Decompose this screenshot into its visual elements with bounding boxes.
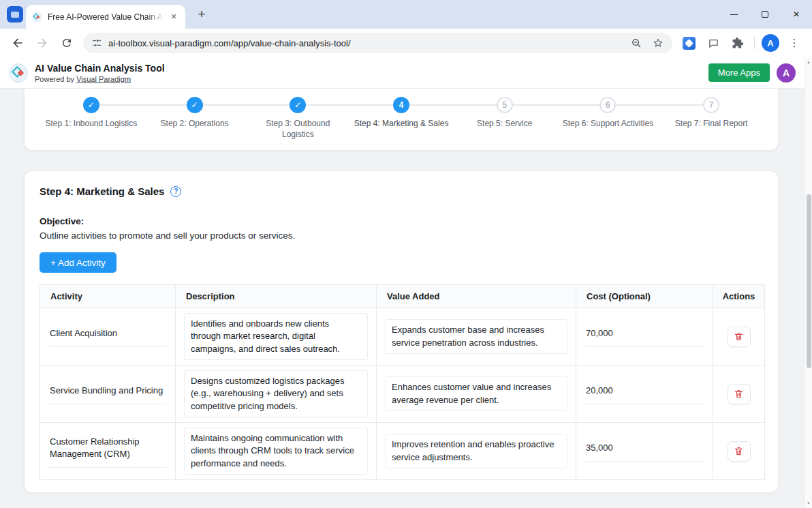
description-field[interactable]: Designs customized logistics packages (e…: [184, 370, 368, 417]
site-settings-icon[interactable]: [91, 38, 102, 48]
objective-label: Objective:: [40, 216, 763, 226]
trash-icon: [734, 446, 744, 456]
step-number: 6: [599, 97, 616, 113]
stepper-step-2[interactable]: ✓Step 2: Operations: [143, 97, 247, 140]
powered-by: Powered by Visual Paradigm: [35, 75, 708, 83]
step-label: Step 7: Final Report: [672, 118, 751, 129]
step-number: 5: [497, 97, 513, 113]
activity-field[interactable]: Customer Relationship Management (CRM): [48, 434, 167, 468]
stepper-step-5[interactable]: 5Step 5: Service: [453, 97, 557, 140]
chat-icon[interactable]: [702, 32, 724, 54]
objective-text: Outline activities to promote and sell y…: [40, 230, 763, 241]
zoom-icon[interactable]: [631, 38, 642, 49]
stepper-step-7[interactable]: 7Step 7: Final Report: [659, 97, 763, 140]
window-icon[interactable]: [7, 6, 23, 23]
value-added-field[interactable]: Enhances customer value and increases av…: [385, 376, 567, 410]
trash-icon: [734, 389, 744, 399]
value-added-field[interactable]: Improves retention and enables proactive…: [385, 434, 567, 468]
favicon-visual-paradigm: [31, 12, 42, 23]
browser-toolbar: ai-toolbox.visual-paradigm.com/app/value…: [0, 29, 812, 57]
window-icon-glyph: [11, 12, 19, 18]
stepper-card: ✓Step 1: Inbound Logistics✓Step 2: Opera…: [24, 89, 779, 151]
close-window-button[interactable]: ✕: [781, 0, 812, 29]
step-label: Step 1: Inbound Logistics: [42, 118, 140, 129]
table-row: Service Bundling and PricingDesigns cust…: [40, 365, 765, 423]
tab-strip: Free AI-Powered Value Chain An ✕ + ✕: [0, 0, 812, 29]
description-field[interactable]: Maintains ongoing communication with cli…: [184, 428, 368, 475]
table-header-row: Activity Description Value Added Cost (O…: [40, 285, 765, 308]
scroll-down-arrow[interactable]: ▼: [805, 498, 812, 508]
toolbar-separator: [754, 37, 755, 49]
step-label: Step 3: Outbound Logistics: [257, 118, 338, 140]
activity-field[interactable]: Client Acquisition: [48, 326, 167, 347]
stepper-step-3[interactable]: ✓Step 3: Outbound Logistics: [246, 97, 349, 140]
step-number: 7: [703, 97, 719, 113]
url-text[interactable]: ai-toolbox.visual-paradigm.com/app/value…: [108, 38, 625, 48]
step-check-icon: ✓: [290, 97, 306, 113]
step-number: 4: [393, 97, 409, 113]
step-label: Step 5: Service: [474, 118, 535, 129]
tab-title: Free AI-Powered Value Chain An: [48, 12, 168, 22]
add-activity-button[interactable]: + Add Activity: [40, 252, 116, 273]
extensions-puzzle-icon[interactable]: [727, 32, 749, 54]
extension-icon-blue[interactable]: [678, 32, 700, 54]
browser-tab[interactable]: Free AI-Powered Value Chain An ✕: [26, 5, 185, 29]
step-check-icon: ✓: [83, 97, 99, 113]
powered-by-prefix: Powered by: [35, 75, 76, 83]
maximize-button[interactable]: [749, 0, 781, 29]
cost-field[interactable]: 20,000: [584, 383, 704, 404]
col-header-cost: Cost (Optional): [576, 285, 713, 308]
step-label: Step 6: Support Activities: [560, 118, 656, 129]
forward-button[interactable]: [31, 32, 53, 54]
new-tab-button[interactable]: +: [193, 6, 210, 23]
browser-menu-icon[interactable]: ⋮: [783, 32, 805, 54]
tab-close-icon[interactable]: ✕: [168, 11, 180, 23]
visual-paradigm-logo: [8, 63, 29, 83]
cost-field[interactable]: 35,000: [584, 440, 704, 462]
help-icon[interactable]: ?: [170, 186, 181, 197]
scrollbar-thumb[interactable]: [807, 194, 811, 368]
col-header-description: Description: [176, 285, 377, 308]
activity-field[interactable]: Service Bundling and Pricing: [48, 383, 167, 404]
more-apps-button[interactable]: More Apps: [708, 63, 770, 82]
address-bar[interactable]: ai-toolbox.visual-paradigm.com/app/value…: [83, 33, 672, 53]
description-field[interactable]: Identifies and onboards new clients thro…: [184, 313, 368, 360]
section-title: Step 4: Marketing & Sales: [40, 185, 164, 197]
browser-profile-avatar[interactable]: A: [762, 34, 779, 52]
minimize-button[interactable]: [718, 0, 749, 29]
window-controls: ✕: [718, 0, 812, 29]
activities-table: Activity Description Value Added Cost (O…: [40, 284, 765, 480]
cost-field[interactable]: 70,000: [584, 326, 704, 347]
step-check-icon: ✓: [187, 97, 203, 113]
step-content-card: Step 4: Marketing & Sales ? Objective: O…: [24, 170, 779, 493]
refresh-button[interactable]: [56, 32, 78, 54]
user-avatar[interactable]: A: [777, 63, 796, 83]
stepper-step-1[interactable]: ✓Step 1: Inbound Logistics: [40, 97, 143, 140]
stepper-step-6[interactable]: 6Step 6: Support Activities: [557, 97, 660, 140]
stepper-step-4[interactable]: 4Step 4: Marketing & Sales: [349, 97, 453, 140]
delete-row-button[interactable]: [728, 327, 751, 347]
back-button[interactable]: [7, 32, 29, 54]
scroll-up-arrow[interactable]: ▲: [805, 57, 812, 67]
step-label: Step 4: Marketing & Sales: [352, 118, 452, 129]
delete-row-button[interactable]: [728, 384, 751, 404]
delete-row-button[interactable]: [728, 441, 751, 462]
table-row: Client AcquisitionIdentifies and onboard…: [40, 308, 765, 365]
col-header-activity: Activity: [40, 285, 176, 308]
col-header-value-added: Value Added: [377, 285, 576, 308]
page-background: ✓Step 1: Inbound Logistics✓Step 2: Opera…: [0, 89, 812, 508]
stepper: ✓Step 1: Inbound Logistics✓Step 2: Opera…: [25, 89, 778, 140]
col-header-actions: Actions: [713, 285, 765, 308]
table-row: Customer Relationship Management (CRM)Ma…: [40, 423, 765, 480]
bookmark-star-icon[interactable]: [652, 37, 664, 49]
app-header: AI Value Chain Analysis Tool Powered by …: [0, 57, 812, 89]
step-label: Step 2: Operations: [158, 118, 232, 129]
trash-icon: [734, 331, 744, 342]
page-scrollbar[interactable]: ▲ ▼: [805, 57, 812, 508]
app-title: AI Value Chain Analysis Tool: [35, 63, 708, 74]
value-added-field[interactable]: Expands customer base and increases serv…: [385, 319, 567, 353]
visual-paradigm-link[interactable]: Visual Paradigm: [76, 75, 131, 83]
browser-window: Free AI-Powered Value Chain An ✕ + ✕ ai-…: [0, 0, 812, 508]
